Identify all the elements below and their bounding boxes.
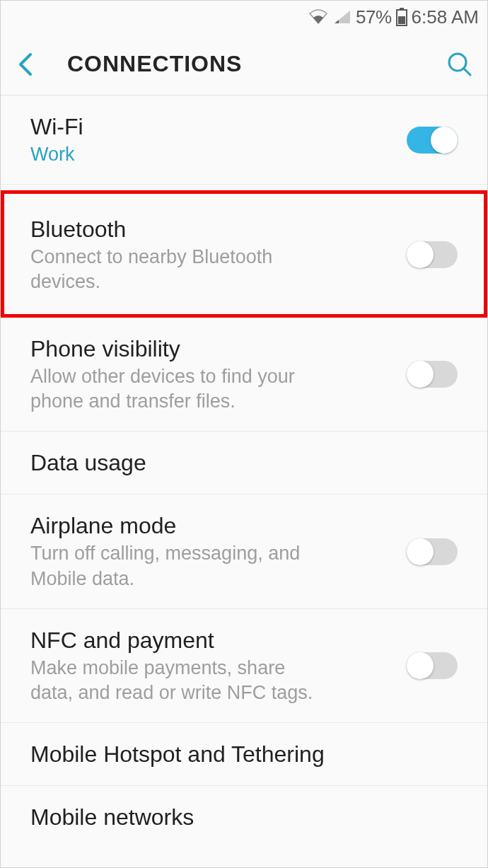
setting-subtitle: Connect to nearby Bluetooth devices. <box>30 245 327 294</box>
setting-text: Mobile networks <box>30 803 458 831</box>
setting-title: Data usage <box>30 449 458 477</box>
setting-text: Bluetooth Connect to nearby Bluetooth de… <box>30 215 393 294</box>
setting-airplane-mode[interactable]: Airplane mode Turn off calling, messagin… <box>1 494 487 608</box>
setting-bluetooth[interactable]: Bluetooth Connect to nearby Bluetooth de… <box>1 190 487 318</box>
setting-title: Mobile Hotspot and Tethering <box>30 740 458 768</box>
wifi-icon <box>308 9 329 25</box>
setting-title: Airplane mode <box>30 511 393 540</box>
setting-title: Mobile networks <box>30 803 458 831</box>
chevron-left-icon <box>18 52 33 77</box>
wifi-toggle[interactable] <box>407 127 458 154</box>
signal-icon <box>333 9 352 25</box>
search-button[interactable] <box>442 47 477 82</box>
back-button[interactable] <box>18 47 53 82</box>
toggle-knob <box>407 361 434 388</box>
toggle-knob <box>407 241 434 268</box>
toggle-knob <box>407 652 434 679</box>
setting-text: Data usage <box>30 449 458 477</box>
setting-title: NFC and payment <box>30 626 393 654</box>
search-icon <box>446 51 473 78</box>
setting-text: Airplane mode Turn off calling, messagin… <box>30 511 393 591</box>
battery-percent: 57% <box>356 6 392 28</box>
status-time: 6:58 AM <box>412 6 479 28</box>
setting-title: Phone visibility <box>30 335 393 363</box>
toggle-knob <box>407 538 434 565</box>
setting-text: Mobile Hotspot and Tethering <box>30 740 458 768</box>
header: CONNECTIONS <box>1 33 487 96</box>
svg-line-4 <box>464 69 470 75</box>
battery-icon <box>396 8 407 26</box>
setting-title: Bluetooth <box>30 215 393 243</box>
setting-subtitle: Work <box>30 142 327 167</box>
setting-title: Wi-Fi <box>30 112 393 141</box>
setting-phone-visibility[interactable]: Phone visibility Allow other devices to … <box>1 318 487 432</box>
setting-wifi[interactable]: Wi-Fi Work <box>1 96 487 185</box>
setting-subtitle: Turn off calling, messaging, and Mobile … <box>30 541 327 591</box>
setting-text: Phone visibility Allow other devices to … <box>30 335 393 414</box>
status-bar: 57% 6:58 AM <box>1 1 487 33</box>
bluetooth-toggle[interactable] <box>407 241 458 268</box>
setting-mobile-networks[interactable]: Mobile networks <box>1 786 487 848</box>
setting-nfc[interactable]: NFC and payment Make mobile payments, sh… <box>1 609 487 723</box>
setting-text: NFC and payment Make mobile payments, sh… <box>30 626 393 705</box>
setting-text: Wi-Fi Work <box>30 112 393 167</box>
setting-subtitle: Allow other devices to find your phone a… <box>30 364 327 414</box>
nfc-toggle[interactable] <box>407 652 458 679</box>
airplane-mode-toggle[interactable] <box>407 538 458 565</box>
phone-visibility-toggle[interactable] <box>407 361 458 388</box>
setting-subtitle: Make mobile payments, share data, and re… <box>30 656 327 705</box>
svg-rect-2 <box>398 16 405 24</box>
setting-hotspot[interactable]: Mobile Hotspot and Tethering <box>1 723 487 786</box>
page-title: CONNECTIONS <box>67 51 442 77</box>
toggle-knob <box>431 127 458 154</box>
settings-list: Wi-Fi Work Bluetooth Connect to nearby B… <box>1 96 487 848</box>
setting-data-usage[interactable]: Data usage <box>1 432 487 494</box>
